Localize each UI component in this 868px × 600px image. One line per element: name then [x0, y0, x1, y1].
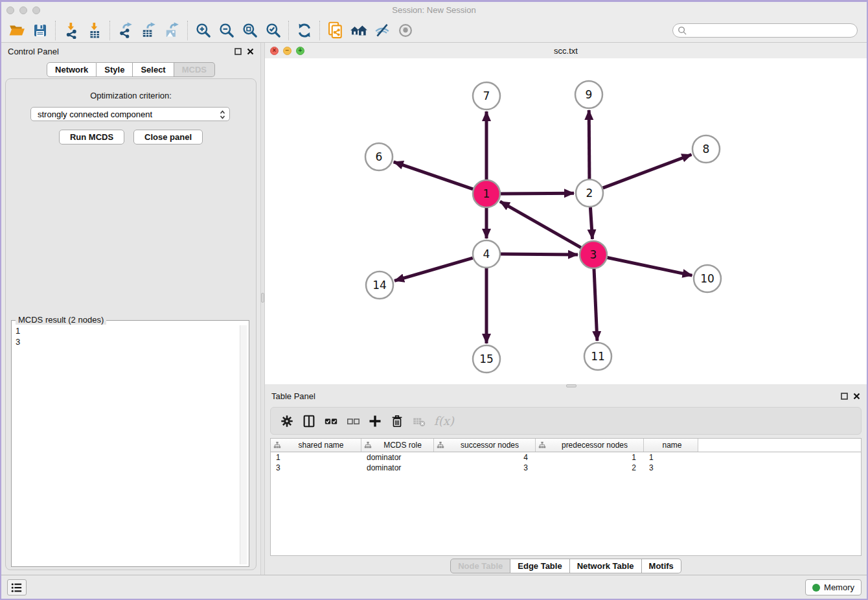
table-cell[interactable]: 4	[434, 452, 536, 463]
float-panel-icon[interactable]	[234, 48, 242, 55]
graph-edge-2-8[interactable]	[603, 155, 692, 189]
table-cell[interactable]: 3	[434, 463, 536, 473]
export-network-button[interactable]	[114, 20, 137, 41]
close-panel-button[interactable]: Close panel	[133, 130, 203, 144]
column-header-name[interactable]: name	[644, 439, 698, 452]
refresh-button[interactable]	[293, 20, 316, 41]
create-column-button[interactable]	[364, 410, 386, 432]
criterion-select[interactable]: strongly connected component	[30, 107, 230, 121]
right-pane: × − + scc.txt 7968124314101511 Table Pan…	[265, 43, 867, 575]
zoom-fit-button[interactable]	[238, 20, 262, 41]
table-cell[interactable]: 1	[271, 452, 361, 463]
graph-edge-1-2[interactable]	[501, 193, 574, 194]
zoom-out-button[interactable]	[215, 20, 238, 41]
node-table: shared name MCDS role	[270, 438, 862, 556]
zoom-out-icon	[218, 22, 235, 39]
hide-visual-properties-button[interactable]	[371, 20, 394, 41]
memory-button[interactable]: Memory	[805, 579, 862, 595]
list-icon	[11, 583, 23, 593]
tab-edge-table[interactable]: Edge Table	[510, 559, 569, 573]
vertical-splitter[interactable]	[260, 43, 265, 575]
open-session-button[interactable]	[5, 20, 29, 41]
function-builder-button[interactable]: f(x)	[434, 414, 454, 428]
tab-network[interactable]: Network	[47, 62, 97, 77]
result-scrollbar[interactable]	[240, 325, 247, 564]
graph-edge-1-6[interactable]	[394, 162, 474, 189]
status-bar: Memory	[1, 575, 867, 599]
import-network-icon	[63, 22, 80, 39]
export-image-button[interactable]	[161, 20, 184, 41]
column-header-successor-nodes[interactable]: successor nodes	[434, 439, 536, 452]
graph-edge-3-10[interactable]	[608, 258, 692, 276]
refresh-icon	[296, 22, 313, 39]
float-panel-icon[interactable]	[841, 393, 848, 400]
close-panel-icon[interactable]	[853, 393, 860, 400]
table-cell[interactable]: 3	[644, 463, 698, 473]
graph-edge-2-9[interactable]	[589, 110, 589, 179]
table-settings-button[interactable]	[276, 410, 298, 432]
delete-table-button[interactable]	[408, 410, 430, 432]
column-type-icon	[364, 441, 372, 449]
control-panel-tabs: Network Style Select MCDS	[1, 62, 260, 77]
table-cell[interactable]: 3	[271, 463, 361, 473]
document-network-icon	[326, 21, 345, 40]
criterion-value: strongly connected component	[38, 110, 152, 119]
export-image-icon	[164, 22, 181, 39]
graph-edge-2-3[interactable]	[590, 207, 592, 239]
table-cell[interactable]: 1	[644, 452, 698, 463]
search-input[interactable]	[672, 23, 858, 38]
export-table-button[interactable]	[137, 20, 161, 41]
graph-edge-4-3[interactable]	[501, 254, 578, 255]
zoom-selected-button[interactable]	[262, 20, 285, 41]
tab-network-table[interactable]: Network Table	[570, 559, 642, 573]
main-area: Control Panel Network Style Select MCDS	[1, 43, 867, 575]
graph-node-label-10: 10	[700, 272, 714, 285]
network-from-file-button[interactable]	[324, 20, 347, 41]
table-cell[interactable]: 1	[536, 452, 644, 463]
table-cell[interactable]: dominator	[361, 452, 434, 463]
show-columns-button[interactable]	[298, 410, 320, 432]
graph-edge-4-14[interactable]	[394, 258, 473, 281]
control-panel-header: Control Panel	[1, 43, 260, 60]
titlebar: Session: New Session	[1, 2, 867, 19]
deselect-all-rows-button[interactable]	[342, 410, 364, 432]
import-table-button[interactable]	[83, 20, 106, 41]
save-session-button[interactable]	[29, 20, 52, 41]
table-cell[interactable]: 2	[536, 463, 644, 473]
import-network-button[interactable]	[60, 20, 83, 41]
graph-node-label-3: 3	[590, 248, 597, 261]
eye-slash-icon	[373, 22, 391, 39]
graph-edge-3-11[interactable]	[594, 269, 597, 341]
column-header-predecessor-nodes[interactable]: predecessor nodes	[536, 439, 644, 452]
show-visual-properties-button[interactable]	[394, 20, 417, 41]
tab-style[interactable]: Style	[97, 62, 133, 77]
column-header-shared-name[interactable]: shared name	[271, 439, 361, 452]
table-cell[interactable]: dominator	[361, 463, 434, 473]
task-history-button[interactable]	[7, 579, 27, 595]
column-header-mcds-role[interactable]: MCDS role	[361, 439, 434, 452]
splitter-grip[interactable]	[261, 293, 264, 303]
table-row[interactable]: 3dominator323	[271, 463, 861, 473]
select-all-rows-button[interactable]	[320, 410, 342, 432]
main-toolbar	[1, 18, 867, 43]
export-network-icon	[117, 22, 134, 39]
graph-edge-3-1[interactable]	[500, 202, 581, 248]
table-toolbar: f(x)	[270, 407, 862, 435]
tab-node-table[interactable]: Node Table	[450, 559, 510, 573]
network-canvas[interactable]: 7968124314101511	[265, 58, 867, 384]
graph-node-label-7: 7	[483, 89, 490, 102]
run-mcds-button[interactable]: Run MCDS	[59, 130, 124, 144]
home-button[interactable]	[347, 20, 371, 41]
table-row[interactable]: 1dominator411	[271, 452, 861, 463]
graph-node-label-2: 2	[586, 187, 593, 200]
zoom-in-button[interactable]	[192, 20, 215, 41]
network-graph[interactable]: 7968124314101511	[265, 58, 867, 384]
mcds-result-text[interactable]: 1 3	[14, 325, 240, 564]
graph-node-label-11: 11	[591, 350, 605, 363]
delete-columns-button[interactable]	[386, 410, 408, 432]
close-panel-icon[interactable]	[247, 48, 254, 55]
tab-mcds[interactable]: MCDS	[174, 62, 215, 77]
tab-motifs[interactable]: Motifs	[642, 559, 681, 573]
table-panel-header: Table Panel	[265, 387, 867, 404]
tab-select[interactable]: Select	[133, 62, 174, 77]
